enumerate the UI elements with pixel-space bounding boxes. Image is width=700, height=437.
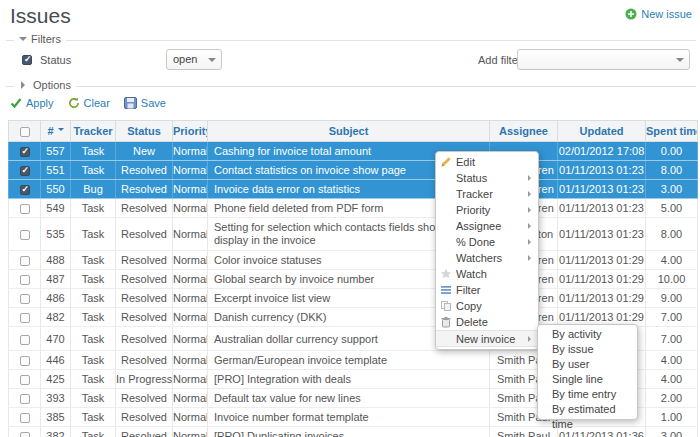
id-cell[interactable]: 385 bbox=[41, 408, 71, 427]
issue-row-551[interactable]: 551TaskResolvedNormalContact statistics … bbox=[9, 161, 698, 180]
row-checkbox-cell bbox=[9, 327, 41, 351]
row-checkbox[interactable] bbox=[20, 275, 30, 285]
submenu-item-by-issue[interactable]: By issue bbox=[538, 342, 637, 357]
row-checkbox[interactable] bbox=[20, 294, 30, 304]
status-cell: Resolved bbox=[116, 218, 173, 251]
menu-item-label: Single line bbox=[552, 373, 603, 385]
menu-item-label: Filter bbox=[456, 284, 480, 296]
context-menu-item-copy[interactable]: Copy bbox=[436, 298, 538, 314]
issue-row-488[interactable]: 488TaskResolvedNormalColor invoice statu… bbox=[9, 251, 698, 270]
tracker-cell: Task bbox=[71, 389, 116, 408]
id-cell[interactable]: 393 bbox=[41, 389, 71, 408]
context-menu-item-filter[interactable]: Filter bbox=[436, 282, 538, 298]
subject-cell[interactable]: [PRO] Integration with deals bbox=[208, 370, 490, 389]
column-header-subject[interactable]: Subject bbox=[208, 121, 490, 142]
submenu-item-by-user[interactable]: By user bbox=[538, 357, 637, 372]
subject-cell[interactable]: Default tax value for new lines bbox=[208, 389, 490, 408]
submenu-item-by-estimated-time[interactable]: By estimated time bbox=[538, 402, 637, 417]
id-cell[interactable]: 557 bbox=[41, 142, 71, 161]
options-legend[interactable]: Options bbox=[14, 79, 76, 91]
row-checkbox[interactable] bbox=[20, 147, 30, 157]
filter-icon bbox=[440, 284, 452, 296]
subject-cell[interactable]: [PRO] Duplicating invoices bbox=[208, 427, 490, 437]
column-header-assignee[interactable]: Assignee bbox=[490, 121, 558, 142]
column-header-status[interactable]: Status bbox=[116, 121, 173, 142]
status-cell: Resolved bbox=[116, 251, 173, 270]
row-checkbox[interactable] bbox=[20, 313, 30, 323]
submenu-arrow-icon bbox=[528, 223, 534, 229]
issue-row-549[interactable]: 549TaskResolvedNormalPhone field deleted… bbox=[9, 199, 698, 218]
id-cell[interactable]: 535 bbox=[41, 218, 71, 251]
row-checkbox[interactable] bbox=[20, 256, 30, 266]
id-cell[interactable]: 488 bbox=[41, 251, 71, 270]
row-checkbox[interactable] bbox=[20, 335, 30, 345]
issue-row-487[interactable]: 487TaskResolvedNormalGlobal search by in… bbox=[9, 270, 698, 289]
id-cell[interactable]: 482 bbox=[41, 308, 71, 327]
submenu-item-single-line[interactable]: Single line bbox=[538, 372, 637, 387]
row-checkbox[interactable] bbox=[20, 375, 30, 385]
column-header-updated[interactable]: Updated bbox=[558, 121, 646, 142]
id-cell[interactable]: 549 bbox=[41, 199, 71, 218]
column-header-priority[interactable]: Priority bbox=[173, 121, 208, 142]
clear-button[interactable]: Clear bbox=[68, 97, 110, 109]
select-all-checkbox[interactable] bbox=[20, 127, 30, 137]
id-cell[interactable]: 425 bbox=[41, 370, 71, 389]
issue-row-550[interactable]: 550BugResolvedNormalInvoice data error o… bbox=[9, 180, 698, 199]
issue-row-535[interactable]: 535TaskResolvedNormalSetting for selecti… bbox=[9, 218, 698, 251]
new-issue-button[interactable]: New issue bbox=[625, 8, 692, 20]
context-menu-item-delete[interactable]: Delete bbox=[436, 314, 538, 330]
row-checkbox[interactable] bbox=[20, 432, 30, 437]
column-header-[interactable]: # bbox=[41, 121, 71, 142]
row-checkbox[interactable] bbox=[20, 413, 30, 423]
check-icon bbox=[10, 97, 22, 109]
tracker-cell: Task bbox=[71, 218, 116, 251]
status-operator-select[interactable]: open bbox=[166, 49, 222, 70]
save-button[interactable]: Save bbox=[124, 97, 166, 109]
row-checkbox[interactable] bbox=[20, 356, 30, 366]
context-menu-item-priority[interactable]: Priority bbox=[436, 202, 538, 218]
spent-cell: 7.00 bbox=[646, 308, 698, 327]
context-menu-item-assignee[interactable]: Assignee bbox=[436, 218, 538, 234]
id-cell[interactable]: 486 bbox=[41, 289, 71, 308]
add-filter-select[interactable] bbox=[517, 49, 690, 70]
context-menu-item-status[interactable]: Status bbox=[436, 170, 538, 186]
id-cell[interactable]: 470 bbox=[41, 327, 71, 351]
filters-legend[interactable]: Filters bbox=[14, 33, 66, 45]
submenu-item-by-time-entry[interactable]: By time entry bbox=[538, 387, 637, 402]
context-menu-item-watchers[interactable]: Watchers bbox=[436, 250, 538, 266]
column-header-tracker[interactable]: Tracker bbox=[71, 121, 116, 142]
row-checkbox[interactable] bbox=[20, 185, 30, 195]
priority-cell: Normal bbox=[173, 351, 208, 370]
issue-row-382[interactable]: 382TaskResolvedNormal[PRO] Duplicating i… bbox=[9, 427, 698, 437]
subject-cell[interactable]: Invoice number format template bbox=[208, 408, 490, 427]
tracker-cell: Task bbox=[71, 408, 116, 427]
context-menu-item-tracker[interactable]: Tracker bbox=[436, 186, 538, 202]
status-cell: New bbox=[116, 142, 173, 161]
column-header-spent-time[interactable]: Spent time bbox=[646, 121, 698, 142]
issue-row-486[interactable]: 486TaskResolvedNormalExcerpt invoice lis… bbox=[9, 289, 698, 308]
tracker-cell: Task bbox=[71, 327, 116, 351]
row-checkbox[interactable] bbox=[20, 230, 30, 240]
id-cell[interactable]: 550 bbox=[41, 180, 71, 199]
priority-cell: Normal bbox=[173, 289, 208, 308]
context-menu-item-edit[interactable]: Edit bbox=[436, 154, 538, 170]
context-menu-item-new-invoice[interactable]: New invoice bbox=[436, 330, 538, 347]
subject-cell[interactable]: German/European invoice template bbox=[208, 351, 490, 370]
id-cell[interactable]: 382 bbox=[41, 427, 71, 437]
row-checkbox[interactable] bbox=[20, 204, 30, 214]
id-cell[interactable]: 551 bbox=[41, 161, 71, 180]
row-checkbox[interactable] bbox=[20, 166, 30, 176]
submenu-item-by-activity[interactable]: By activity bbox=[538, 327, 637, 342]
row-checkbox[interactable] bbox=[20, 394, 30, 404]
spent-cell: 1.00 bbox=[646, 408, 698, 427]
id-cell[interactable]: 487 bbox=[41, 270, 71, 289]
context-menu-item-done[interactable]: % Done bbox=[436, 234, 538, 250]
id-cell[interactable]: 446 bbox=[41, 351, 71, 370]
apply-button[interactable]: Apply bbox=[10, 97, 54, 109]
context-menu-item-watch[interactable]: Watch bbox=[436, 266, 538, 282]
status-filter-checkbox[interactable] bbox=[22, 55, 32, 65]
menu-item-label: % Done bbox=[456, 236, 495, 248]
issue-row-557[interactable]: 557TaskNewNormalCashing for invoice tota… bbox=[9, 142, 698, 161]
updated-cell: 01/11/2013 01:29 bbox=[558, 251, 646, 270]
column-header-label: # bbox=[47, 125, 53, 137]
